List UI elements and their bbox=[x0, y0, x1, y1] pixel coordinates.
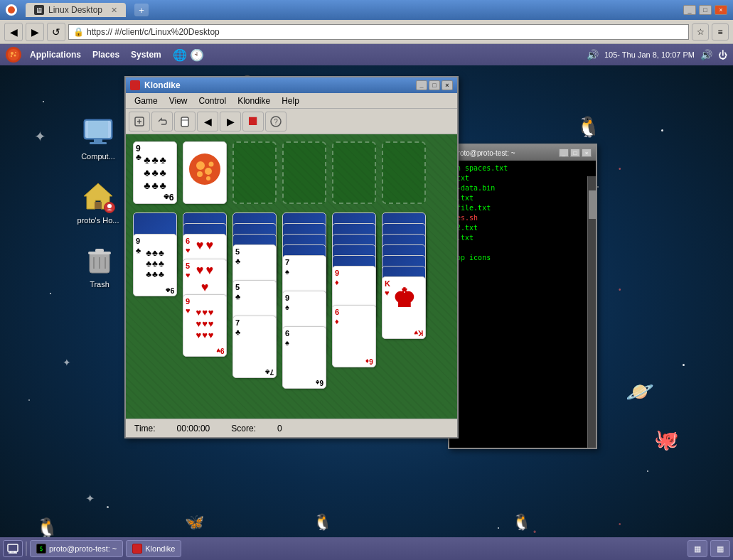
tableau-col-5[interactable]: 9 ♦ 9♦ 6 ♦ 6♦ bbox=[332, 212, 376, 411]
red-creature: 🐙 bbox=[654, 428, 679, 451]
clock-app-icon[interactable]: 🕙 bbox=[190, 48, 204, 62]
tableau-card-face[interactable]: 9 ♣ ♣♣♣ ♣♣♣ ♣♣♣ 9♣ bbox=[133, 234, 177, 296]
refresh-button[interactable]: ↺ bbox=[47, 23, 65, 41]
taskbar-separator bbox=[26, 542, 27, 556]
tableau-card-face-king[interactable]: K ♥ ♚ K♥ bbox=[382, 276, 426, 339]
klondike-close-btn[interactable]: × bbox=[442, 80, 453, 90]
klondike-control-menu[interactable]: Control bbox=[193, 95, 232, 107]
klondike-maximize-btn[interactable]: □ bbox=[429, 80, 440, 90]
tableau-col-2[interactable]: 6 ♥ ♥♥ ♥♥ ♥♥ 6♥ bbox=[183, 212, 227, 397]
kl-forward-btn[interactable]: ▶ bbox=[220, 112, 241, 131]
terminal-window: proto@proto-test: ~ _ □ × th spaces.txt … bbox=[448, 144, 597, 449]
terminal-line: h bbox=[452, 243, 593, 253]
browser-tab[interactable]: 🖥 Linux Desktop ✕ bbox=[26, 3, 126, 17]
home-icon-img bbox=[81, 179, 115, 213]
trash-icon-label: Trash bbox=[90, 280, 109, 289]
svg-point-4 bbox=[15, 52, 16, 53]
kl-stop-btn[interactable]: ⏹ bbox=[242, 112, 264, 131]
klondike-minimize-btn[interactable]: _ bbox=[416, 80, 427, 90]
browser-titlebar: 🖥 Linux Desktop ✕ + _ □ × bbox=[0, 0, 733, 20]
tableau-col-6[interactable]: K ♥ ♚ K♥ bbox=[382, 212, 426, 369]
panel-vol2-icon[interactable]: 🔊 bbox=[700, 49, 712, 60]
stock-pile[interactable]: 9 ♣ ♣♣♣ ♣♣♣ ♣♣♣ 9♣ bbox=[133, 141, 177, 204]
show-desktop-btn[interactable] bbox=[3, 540, 23, 557]
system-menu[interactable]: System bbox=[125, 48, 167, 61]
foundation-slot-1[interactable] bbox=[232, 141, 277, 204]
klondike-game-menu[interactable]: Game bbox=[129, 95, 164, 107]
home-icon[interactable]: proto's Ho... bbox=[70, 179, 127, 225]
klondike-klondike-menu[interactable]: Klondike bbox=[232, 95, 276, 107]
forward-button[interactable]: ▶ bbox=[26, 23, 44, 41]
tableau-card-face[interactable]: 6 ♦ 6♦ bbox=[332, 305, 376, 367]
menu-btn[interactable]: ≡ bbox=[712, 23, 729, 41]
tableau-card-face[interactable]: 7 ♣ 7♣ bbox=[232, 316, 277, 378]
taskbar-right-btn-2[interactable]: ▦ bbox=[710, 540, 730, 557]
places-menu[interactable]: Places bbox=[87, 48, 125, 61]
tab-close-icon[interactable]: ✕ bbox=[111, 6, 117, 15]
terminal-line: top icons bbox=[452, 253, 593, 263]
terminal-line: t2.txt bbox=[452, 223, 593, 233]
taskbar-klondike-btn[interactable]: Klondike bbox=[126, 540, 181, 557]
klondike-win-controls: _ □ × bbox=[416, 80, 453, 90]
klondike-help-menu[interactable]: Help bbox=[276, 95, 305, 107]
tableau-card-face[interactable]: 9 ♥ ♥♥♥ ♥♥♥ ♥♥♥ 9♥ bbox=[183, 294, 227, 357]
applications-menu[interactable]: Applications bbox=[24, 48, 87, 61]
panel-pwr-icon[interactable]: ⏻ bbox=[718, 50, 727, 60]
kl-deal-btn[interactable] bbox=[174, 112, 196, 131]
terminal-scrollbar-thumb[interactable] bbox=[589, 190, 596, 219]
browser-toolbar: ◀ ▶ ↺ 🔒 https:// #/client/c/Linux%20Desk… bbox=[0, 20, 733, 44]
linux-desktop: ✦ ✦ ✦ • • • • Applications Places System… bbox=[0, 44, 733, 560]
tableau-card-face[interactable]: 6 ♠ 6♠ bbox=[282, 326, 326, 389]
svg-point-29 bbox=[206, 176, 210, 181]
terminal-minimize-btn[interactable]: _ bbox=[559, 149, 569, 157]
bookmark-btn[interactable]: ☆ bbox=[692, 23, 709, 41]
klondike-game-area[interactable]: 9 ♣ ♣♣♣ ♣♣♣ ♣♣♣ 9♣ bbox=[126, 134, 457, 419]
tableau-col-4[interactable]: 7 ♠ 7♠ 9 ♠ 9♠ bbox=[282, 212, 326, 426]
kl-hint-btn[interactable]: ? bbox=[265, 112, 287, 131]
browser-maximize-btn[interactable]: □ bbox=[699, 5, 712, 15]
computer-icon-label: Comput... bbox=[81, 152, 115, 161]
gnome-logo bbox=[6, 47, 21, 63]
terminal-scrollbar[interactable] bbox=[587, 176, 596, 448]
back-button[interactable]: ◀ bbox=[4, 23, 23, 41]
terminal-win-controls: _ □ × bbox=[559, 149, 592, 157]
foundation-slot-2[interactable] bbox=[282, 141, 326, 204]
tableau-col-1[interactable]: 9 ♣ ♣♣♣ ♣♣♣ ♣♣♣ 9♣ bbox=[133, 212, 177, 326]
kl-undo-btn[interactable] bbox=[151, 112, 173, 131]
kl-new-game-btn[interactable] bbox=[129, 112, 150, 131]
terminal-maximize-btn[interactable]: □ bbox=[570, 149, 580, 157]
terminal-titlebar: proto@proto-test: ~ _ □ × bbox=[449, 145, 596, 161]
svg-text:?: ? bbox=[274, 118, 278, 126]
stock-card[interactable]: 9 ♣ ♣♣♣ ♣♣♣ ♣♣♣ 9♣ bbox=[133, 141, 177, 204]
computer-icon[interactable]: Comput... bbox=[70, 115, 127, 161]
globe-icon[interactable]: 🌐 bbox=[173, 48, 187, 62]
taskbar-klondike-label: Klondike bbox=[145, 544, 175, 553]
trash-icon[interactable]: Trash bbox=[71, 243, 128, 289]
svg-rect-7 bbox=[88, 121, 108, 138]
klondike-view-menu[interactable]: View bbox=[164, 95, 193, 107]
terminal-line: t.txt bbox=[452, 233, 593, 243]
svg-point-28 bbox=[209, 162, 214, 167]
url-bar[interactable]: 🔒 https:// #/client/c/Linux%20Desktop bbox=[68, 24, 689, 40]
taskbar-terminal-btn[interactable]: $ proto@proto-test: ~ bbox=[30, 540, 123, 557]
foundation-slot-4[interactable] bbox=[382, 141, 426, 204]
volume-icon[interactable]: 🔊 bbox=[587, 49, 599, 60]
planet-icon: 🪐 bbox=[626, 378, 654, 405]
svg-rect-11 bbox=[95, 202, 102, 209]
klondike-title-icon bbox=[130, 80, 140, 90]
foundation-slot-3[interactable] bbox=[332, 141, 376, 204]
penguin-right: 🐧 bbox=[576, 115, 601, 139]
terminal-close-btn[interactable]: × bbox=[582, 149, 592, 157]
card-center: ♣♣♣ ♣♣♣ ♣♣♣ bbox=[144, 154, 166, 191]
taskbar-right: ▦ ▦ bbox=[687, 540, 730, 557]
new-tab-btn[interactable]: + bbox=[134, 4, 149, 16]
taskbar-right-btn-1[interactable]: ▦ bbox=[687, 540, 707, 557]
tableau-col-3[interactable]: 5 ♣ 5♣ 5 ♣ 5♣ bbox=[232, 212, 277, 411]
browser-close-btn[interactable]: × bbox=[715, 5, 727, 15]
creature-bottom2: 🐧 bbox=[512, 513, 531, 532]
kl-back-btn[interactable]: ◀ bbox=[197, 112, 218, 131]
gnome-slot[interactable] bbox=[183, 141, 227, 204]
browser-minimize-btn[interactable]: _ bbox=[683, 5, 696, 15]
klondike-tableau: 9 ♣ ♣♣♣ ♣♣♣ ♣♣♣ 9♣ bbox=[133, 212, 450, 426]
tab-label: Linux Desktop bbox=[48, 5, 102, 15]
